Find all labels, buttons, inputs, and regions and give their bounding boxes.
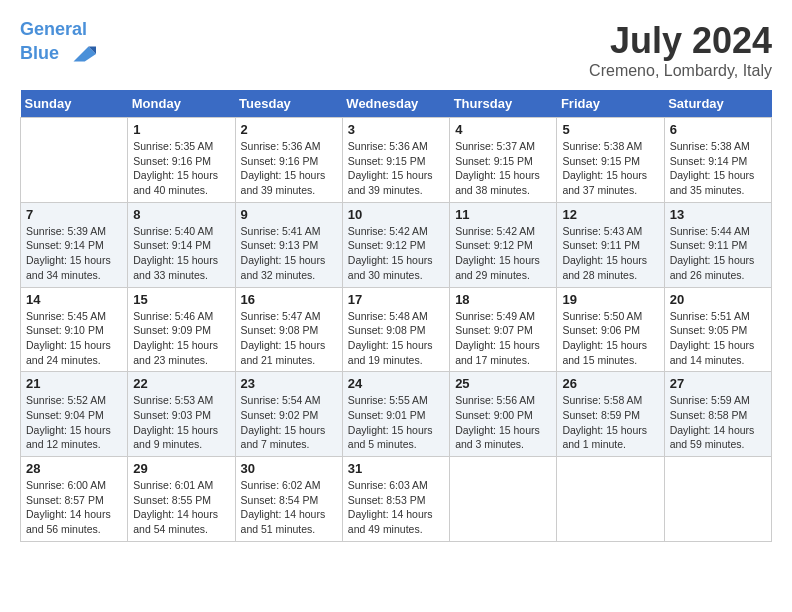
- calendar-cell: 2Sunrise: 5:36 AM Sunset: 9:16 PM Daylig…: [235, 118, 342, 203]
- day-info: Sunrise: 5:40 AM Sunset: 9:14 PM Dayligh…: [133, 224, 229, 283]
- logo-text2: Blue: [20, 40, 96, 68]
- day-info: Sunrise: 5:50 AM Sunset: 9:06 PM Dayligh…: [562, 309, 658, 368]
- day-info: Sunrise: 5:58 AM Sunset: 8:59 PM Dayligh…: [562, 393, 658, 452]
- day-number: 14: [26, 292, 122, 307]
- weekday-header: Friday: [557, 90, 664, 118]
- day-info: Sunrise: 5:39 AM Sunset: 9:14 PM Dayligh…: [26, 224, 122, 283]
- day-number: 23: [241, 376, 337, 391]
- day-number: 26: [562, 376, 658, 391]
- calendar-cell: 19Sunrise: 5:50 AM Sunset: 9:06 PM Dayli…: [557, 287, 664, 372]
- day-info: Sunrise: 5:49 AM Sunset: 9:07 PM Dayligh…: [455, 309, 551, 368]
- calendar-cell: 13Sunrise: 5:44 AM Sunset: 9:11 PM Dayli…: [664, 202, 771, 287]
- calendar-cell: 24Sunrise: 5:55 AM Sunset: 9:01 PM Dayli…: [342, 372, 449, 457]
- calendar-cell: 8Sunrise: 5:40 AM Sunset: 9:14 PM Daylig…: [128, 202, 235, 287]
- calendar-week-row: 1Sunrise: 5:35 AM Sunset: 9:16 PM Daylig…: [21, 118, 772, 203]
- day-info: Sunrise: 5:48 AM Sunset: 9:08 PM Dayligh…: [348, 309, 444, 368]
- weekday-header: Thursday: [450, 90, 557, 118]
- calendar-cell: [21, 118, 128, 203]
- day-number: 9: [241, 207, 337, 222]
- calendar-cell: 22Sunrise: 5:53 AM Sunset: 9:03 PM Dayli…: [128, 372, 235, 457]
- day-number: 13: [670, 207, 766, 222]
- day-number: 3: [348, 122, 444, 137]
- day-info: Sunrise: 5:56 AM Sunset: 9:00 PM Dayligh…: [455, 393, 551, 452]
- day-number: 7: [26, 207, 122, 222]
- day-number: 16: [241, 292, 337, 307]
- calendar-cell: 20Sunrise: 5:51 AM Sunset: 9:05 PM Dayli…: [664, 287, 771, 372]
- day-info: Sunrise: 5:35 AM Sunset: 9:16 PM Dayligh…: [133, 139, 229, 198]
- weekday-header: Saturday: [664, 90, 771, 118]
- calendar-cell: 27Sunrise: 5:59 AM Sunset: 8:58 PM Dayli…: [664, 372, 771, 457]
- day-number: 21: [26, 376, 122, 391]
- day-info: Sunrise: 5:45 AM Sunset: 9:10 PM Dayligh…: [26, 309, 122, 368]
- calendar-cell: 21Sunrise: 5:52 AM Sunset: 9:04 PM Dayli…: [21, 372, 128, 457]
- day-number: 2: [241, 122, 337, 137]
- calendar-cell: 5Sunrise: 5:38 AM Sunset: 9:15 PM Daylig…: [557, 118, 664, 203]
- day-number: 11: [455, 207, 551, 222]
- calendar-cell: [664, 457, 771, 542]
- calendar-cell: 28Sunrise: 6:00 AM Sunset: 8:57 PM Dayli…: [21, 457, 128, 542]
- day-info: Sunrise: 6:00 AM Sunset: 8:57 PM Dayligh…: [26, 478, 122, 537]
- calendar-cell: 3Sunrise: 5:36 AM Sunset: 9:15 PM Daylig…: [342, 118, 449, 203]
- day-info: Sunrise: 5:44 AM Sunset: 9:11 PM Dayligh…: [670, 224, 766, 283]
- calendar-cell: 26Sunrise: 5:58 AM Sunset: 8:59 PM Dayli…: [557, 372, 664, 457]
- weekday-header: Tuesday: [235, 90, 342, 118]
- day-number: 12: [562, 207, 658, 222]
- day-number: 28: [26, 461, 122, 476]
- weekday-header: Sunday: [21, 90, 128, 118]
- day-number: 31: [348, 461, 444, 476]
- day-info: Sunrise: 5:43 AM Sunset: 9:11 PM Dayligh…: [562, 224, 658, 283]
- calendar-cell: 23Sunrise: 5:54 AM Sunset: 9:02 PM Dayli…: [235, 372, 342, 457]
- day-info: Sunrise: 5:41 AM Sunset: 9:13 PM Dayligh…: [241, 224, 337, 283]
- day-number: 10: [348, 207, 444, 222]
- day-info: Sunrise: 5:59 AM Sunset: 8:58 PM Dayligh…: [670, 393, 766, 452]
- calendar-cell: 29Sunrise: 6:01 AM Sunset: 8:55 PM Dayli…: [128, 457, 235, 542]
- calendar-cell: [557, 457, 664, 542]
- month-year: July 2024: [589, 20, 772, 62]
- weekday-header: Monday: [128, 90, 235, 118]
- day-number: 30: [241, 461, 337, 476]
- calendar-week-row: 28Sunrise: 6:00 AM Sunset: 8:57 PM Dayli…: [21, 457, 772, 542]
- day-info: Sunrise: 5:46 AM Sunset: 9:09 PM Dayligh…: [133, 309, 229, 368]
- day-number: 17: [348, 292, 444, 307]
- calendar-cell: 6Sunrise: 5:38 AM Sunset: 9:14 PM Daylig…: [664, 118, 771, 203]
- day-info: Sunrise: 6:03 AM Sunset: 8:53 PM Dayligh…: [348, 478, 444, 537]
- day-number: 24: [348, 376, 444, 391]
- day-number: 27: [670, 376, 766, 391]
- calendar-cell: 7Sunrise: 5:39 AM Sunset: 9:14 PM Daylig…: [21, 202, 128, 287]
- day-number: 25: [455, 376, 551, 391]
- logo-text: General: [20, 20, 96, 40]
- day-number: 19: [562, 292, 658, 307]
- day-number: 6: [670, 122, 766, 137]
- day-info: Sunrise: 5:42 AM Sunset: 9:12 PM Dayligh…: [455, 224, 551, 283]
- calendar-week-row: 7Sunrise: 5:39 AM Sunset: 9:14 PM Daylig…: [21, 202, 772, 287]
- day-info: Sunrise: 5:37 AM Sunset: 9:15 PM Dayligh…: [455, 139, 551, 198]
- day-info: Sunrise: 5:36 AM Sunset: 9:16 PM Dayligh…: [241, 139, 337, 198]
- calendar-cell: 30Sunrise: 6:02 AM Sunset: 8:54 PM Dayli…: [235, 457, 342, 542]
- day-info: Sunrise: 5:47 AM Sunset: 9:08 PM Dayligh…: [241, 309, 337, 368]
- day-info: Sunrise: 5:38 AM Sunset: 9:15 PM Dayligh…: [562, 139, 658, 198]
- calendar-cell: 18Sunrise: 5:49 AM Sunset: 9:07 PM Dayli…: [450, 287, 557, 372]
- weekday-header: Wednesday: [342, 90, 449, 118]
- day-info: Sunrise: 5:51 AM Sunset: 9:05 PM Dayligh…: [670, 309, 766, 368]
- calendar-body: 1Sunrise: 5:35 AM Sunset: 9:16 PM Daylig…: [21, 118, 772, 542]
- day-info: Sunrise: 5:53 AM Sunset: 9:03 PM Dayligh…: [133, 393, 229, 452]
- calendar-cell: 16Sunrise: 5:47 AM Sunset: 9:08 PM Dayli…: [235, 287, 342, 372]
- day-number: 4: [455, 122, 551, 137]
- day-number: 29: [133, 461, 229, 476]
- calendar-cell: 31Sunrise: 6:03 AM Sunset: 8:53 PM Dayli…: [342, 457, 449, 542]
- calendar-cell: 25Sunrise: 5:56 AM Sunset: 9:00 PM Dayli…: [450, 372, 557, 457]
- day-info: Sunrise: 5:55 AM Sunset: 9:01 PM Dayligh…: [348, 393, 444, 452]
- day-info: Sunrise: 5:38 AM Sunset: 9:14 PM Dayligh…: [670, 139, 766, 198]
- day-number: 15: [133, 292, 229, 307]
- calendar-cell: 1Sunrise: 5:35 AM Sunset: 9:16 PM Daylig…: [128, 118, 235, 203]
- page-header: General Blue July 2024 Cremeno, Lombardy…: [20, 20, 772, 80]
- calendar-table: SundayMondayTuesdayWednesdayThursdayFrid…: [20, 90, 772, 542]
- day-info: Sunrise: 6:01 AM Sunset: 8:55 PM Dayligh…: [133, 478, 229, 537]
- calendar-cell: 10Sunrise: 5:42 AM Sunset: 9:12 PM Dayli…: [342, 202, 449, 287]
- calendar-cell: 4Sunrise: 5:37 AM Sunset: 9:15 PM Daylig…: [450, 118, 557, 203]
- day-number: 1: [133, 122, 229, 137]
- calendar-cell: 15Sunrise: 5:46 AM Sunset: 9:09 PM Dayli…: [128, 287, 235, 372]
- calendar-week-row: 21Sunrise: 5:52 AM Sunset: 9:04 PM Dayli…: [21, 372, 772, 457]
- title-block: July 2024 Cremeno, Lombardy, Italy: [589, 20, 772, 80]
- day-number: 18: [455, 292, 551, 307]
